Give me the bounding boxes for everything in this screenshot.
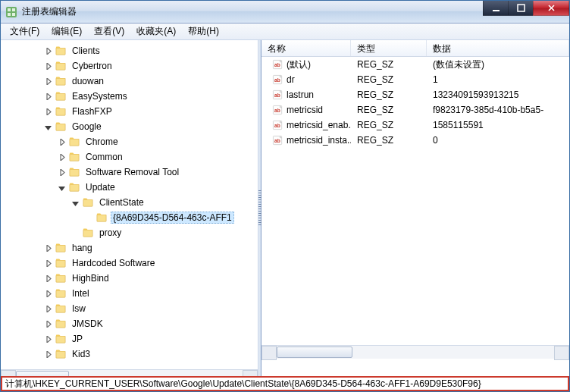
tree-item[interactable]: hang bbox=[2, 240, 256, 256]
tree-item-label: Kid3 bbox=[70, 348, 92, 360]
value-list: (默认)REG_SZ(数值未设置)drREG_SZ1lastrunREG_SZ1… bbox=[262, 57, 569, 148]
tree-hscroll[interactable] bbox=[1, 369, 258, 376]
tree-item[interactable]: Common bbox=[2, 149, 256, 165]
tree-item[interactable]: ClientState bbox=[2, 195, 256, 210]
tree-item-label: Chrome bbox=[83, 136, 121, 148]
tree-item-label: duowan bbox=[70, 75, 106, 87]
content-area: ClientsCybertronduowanEasySystemsFlashFX… bbox=[1, 40, 569, 376]
chevron-right-icon[interactable] bbox=[43, 77, 53, 86]
tree-item-label: FlashFXP bbox=[70, 105, 114, 118]
tree-item-label: Intel bbox=[70, 287, 92, 299]
string-value-icon bbox=[272, 89, 283, 101]
tree-item[interactable]: EasySystems bbox=[2, 89, 256, 104]
tree-item-label: {8A69D345-D564-463c-AFF1 bbox=[111, 212, 234, 224]
menu-help[interactable]: 帮助(H) bbox=[182, 23, 225, 40]
scrollbar-thumb[interactable] bbox=[277, 347, 352, 358]
tree-item-label: JP bbox=[70, 333, 85, 345]
value-data: 13234091593913215 bbox=[427, 89, 569, 101]
status-bar: 计算机\HKEY_CURRENT_USER\Software\Google\Up… bbox=[1, 376, 569, 391]
value-row[interactable]: lastrunREG_SZ13234091593913215 bbox=[262, 87, 569, 102]
tree-item-label: EasySystems bbox=[70, 90, 130, 102]
chevron-down-icon[interactable] bbox=[70, 198, 80, 208]
value-row[interactable]: metricsid_insta...REG_SZ0 bbox=[262, 133, 569, 148]
value-data: 1 bbox=[427, 74, 569, 86]
window-controls bbox=[484, 1, 569, 16]
value-name: metricsid bbox=[287, 105, 323, 115]
chevron-down-icon[interactable] bbox=[57, 183, 67, 193]
tree-item[interactable]: duowan bbox=[2, 74, 256, 89]
col-header-name[interactable]: 名称 bbox=[262, 40, 351, 56]
menu-favorites[interactable]: 收藏夹(A) bbox=[130, 23, 182, 40]
tree-item-label: Isw bbox=[70, 303, 88, 315]
value-row[interactable]: (默认)REG_SZ(数值未设置) bbox=[262, 57, 569, 72]
tree-item[interactable]: FlashFXP bbox=[2, 104, 256, 119]
tree-pane[interactable]: ClientsCybertronduowanEasySystemsFlashFX… bbox=[1, 40, 258, 376]
tree-item-label: Hardcoded Software bbox=[70, 257, 157, 269]
value-row[interactable]: metricsid_enab...REG_SZ1585115591 bbox=[262, 118, 569, 133]
close-button[interactable] bbox=[533, 1, 569, 16]
tree-item[interactable]: Software Removal Tool bbox=[2, 165, 256, 180]
tree-item-label: JMSDK bbox=[70, 318, 105, 330]
chevron-right-icon[interactable] bbox=[57, 152, 67, 162]
string-value-icon bbox=[272, 59, 283, 71]
tree-item[interactable]: Hardcoded Software bbox=[2, 256, 256, 271]
string-value-icon bbox=[272, 120, 283, 131]
maximize-button[interactable] bbox=[508, 1, 534, 16]
tree-item-label: HighBind bbox=[70, 272, 111, 284]
value-row[interactable]: metricsidREG_SZf9823179-385d-410b-b5a5- bbox=[262, 102, 569, 118]
chevron-right-icon[interactable] bbox=[43, 350, 53, 359]
chevron-right-icon[interactable] bbox=[43, 319, 53, 329]
value-type: REG_SZ bbox=[351, 74, 427, 86]
tree-item-label: ClientState bbox=[97, 196, 146, 209]
chevron-right-icon[interactable] bbox=[43, 46, 53, 56]
chevron-down-icon[interactable] bbox=[43, 122, 53, 132]
value-name: dr bbox=[287, 74, 295, 85]
tree-item[interactable]: HighBind bbox=[2, 271, 256, 286]
tree-item[interactable]: Cybertron bbox=[2, 58, 256, 74]
col-header-type[interactable]: 类型 bbox=[351, 40, 427, 56]
chevron-right-icon[interactable] bbox=[43, 289, 53, 299]
chevron-right-icon[interactable] bbox=[43, 92, 53, 102]
tree-item[interactable]: {8A69D345-D564-463c-AFF1 bbox=[2, 210, 256, 225]
tree-item[interactable]: JP bbox=[2, 331, 256, 347]
chevron-right-icon[interactable] bbox=[43, 334, 53, 344]
menu-view[interactable]: 查看(V) bbox=[88, 23, 130, 40]
scrollbar-thumb[interactable] bbox=[16, 371, 69, 376]
chevron-right-icon[interactable] bbox=[43, 243, 53, 253]
tree-item[interactable]: Clients bbox=[2, 43, 256, 58]
minimize-button[interactable] bbox=[483, 1, 509, 16]
list-hscroll[interactable] bbox=[262, 345, 569, 359]
tree-item[interactable]: Intel bbox=[2, 286, 256, 301]
tree-item[interactable]: JMSDK bbox=[2, 316, 256, 331]
tree-item[interactable]: proxy bbox=[2, 225, 256, 240]
chevron-right-icon[interactable] bbox=[57, 168, 67, 177]
menu-edit[interactable]: 编辑(E) bbox=[45, 23, 88, 40]
string-value-icon bbox=[272, 74, 283, 86]
col-header-data[interactable]: 数据 bbox=[427, 40, 569, 56]
value-data: (数值未设置) bbox=[427, 58, 569, 72]
tree-item[interactable]: Isw bbox=[2, 301, 256, 316]
title-bar[interactable]: 注册表编辑器 bbox=[1, 1, 569, 24]
tree-item-label: Google bbox=[70, 121, 104, 133]
tree-item[interactable]: Chrome bbox=[2, 134, 256, 149]
tree-item[interactable]: Kid3 bbox=[2, 347, 256, 362]
tree-item-label: hang bbox=[70, 242, 95, 254]
chevron-right-icon[interactable] bbox=[43, 304, 53, 314]
value-name: metricsid_insta... bbox=[287, 135, 351, 146]
string-value-icon bbox=[272, 105, 283, 116]
chevron-right-icon[interactable] bbox=[43, 107, 53, 117]
value-data: f9823179-385d-410b-b5a5- bbox=[427, 104, 569, 116]
tree-item-label: Cybertron bbox=[70, 60, 114, 72]
list-pane[interactable]: 名称 类型 数据 (默认)REG_SZ(数值未设置)drREG_SZ1lastr… bbox=[262, 40, 569, 376]
tree-item[interactable]: Google bbox=[2, 119, 256, 134]
window-title: 注册表编辑器 bbox=[22, 5, 77, 18]
value-type: REG_SZ bbox=[351, 89, 427, 101]
menu-file[interactable]: 文件(F) bbox=[4, 23, 45, 40]
chevron-right-icon[interactable] bbox=[43, 259, 53, 268]
value-row[interactable]: drREG_SZ1 bbox=[262, 72, 569, 87]
tree-item[interactable]: Update bbox=[2, 180, 256, 195]
chevron-right-icon[interactable] bbox=[57, 137, 67, 147]
chevron-right-icon[interactable] bbox=[43, 274, 53, 284]
string-value-icon bbox=[272, 135, 283, 146]
chevron-right-icon[interactable] bbox=[43, 61, 53, 71]
